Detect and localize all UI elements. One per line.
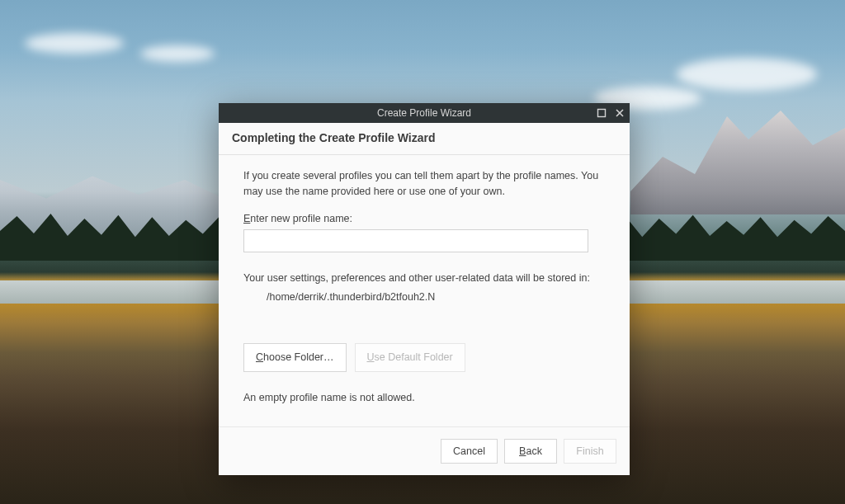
storage-path: /home/derrik/.thunderbird/b2tfouh2.N — [243, 286, 605, 305]
back-button[interactable]: Back — [504, 439, 557, 464]
close-icon[interactable] — [615, 108, 625, 118]
storage-intro: Your user settings, preferences and othe… — [243, 271, 605, 286]
create-profile-wizard-dialog: Create Profile Wizard Completing the Cre… — [219, 103, 630, 475]
use-default-folder-button: Use Default Folder — [355, 343, 465, 372]
maximize-icon[interactable] — [597, 108, 607, 118]
cancel-button[interactable]: Cancel — [441, 439, 498, 464]
desktop-background: Create Profile Wizard Completing the Cre… — [0, 0, 845, 504]
window-title: Create Profile Wizard — [377, 107, 471, 119]
finish-button: Finish — [564, 439, 616, 464]
page-title: Completing the Create Profile Wizard — [232, 131, 616, 144]
titlebar[interactable]: Create Profile Wizard — [219, 103, 630, 123]
description-text: If you create several profiles you can t… — [243, 168, 605, 200]
error-message: An empty profile name is not allowed. — [243, 390, 605, 406]
profile-name-label: Enter new profile name: — [243, 211, 605, 227]
svg-rect-0 — [598, 110, 606, 117]
choose-folder-button[interactable]: Choose Folder… — [243, 343, 347, 372]
profile-name-input[interactable] — [243, 229, 588, 252]
